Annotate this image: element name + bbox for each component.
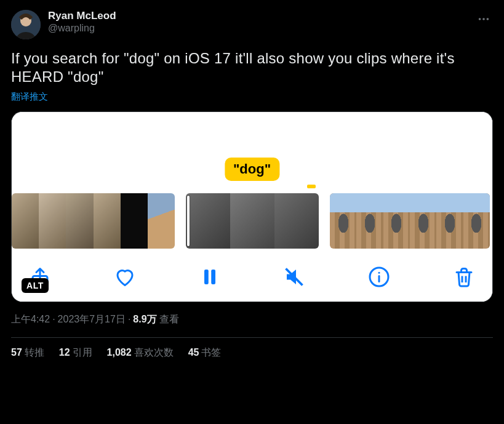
tweet-date[interactable]: 2023年7月17日 bbox=[58, 314, 126, 324]
clip-frame bbox=[121, 193, 148, 249]
media-card[interactable]: "dog" bbox=[11, 111, 493, 302]
tweet-container: Ryan McLeod @warpling If you search for … bbox=[0, 0, 504, 368]
mute-icon bbox=[283, 266, 305, 288]
clip-frame bbox=[330, 193, 356, 249]
clip-group-2[interactable] bbox=[186, 193, 319, 249]
svg-point-3 bbox=[482, 18, 485, 20]
bookmarks-label: 书签 bbox=[201, 347, 221, 358]
stat-bookmarks[interactable]: 45书签 bbox=[188, 346, 222, 359]
svg-point-11 bbox=[378, 272, 380, 274]
views-count: 8.9万 bbox=[133, 314, 156, 324]
clip-frame bbox=[410, 193, 436, 249]
more-icon bbox=[477, 12, 490, 26]
info-icon bbox=[368, 266, 390, 288]
media-toolbar bbox=[12, 255, 492, 302]
quotes-label: 引用 bbox=[73, 347, 92, 358]
stat-likes[interactable]: 1,082喜欢次数 bbox=[107, 346, 174, 359]
retweets-label: 转推 bbox=[25, 347, 44, 358]
likes-label: 喜欢次数 bbox=[134, 347, 174, 358]
clip-frame bbox=[230, 193, 274, 249]
views-label: 查看 bbox=[159, 314, 179, 324]
clip-frame bbox=[463, 193, 490, 249]
bookmarks-count: 45 bbox=[188, 347, 199, 358]
clip-frame bbox=[356, 193, 383, 249]
clip-frame bbox=[94, 193, 121, 249]
author-block[interactable]: Ryan McLeod @warpling bbox=[48, 10, 116, 34]
clip-frame bbox=[39, 193, 66, 249]
clip-frame bbox=[383, 193, 410, 249]
stat-quotes[interactable]: 12引用 bbox=[59, 346, 92, 359]
clip-frame bbox=[274, 193, 319, 249]
quotes-count: 12 bbox=[59, 347, 70, 358]
stat-retweets[interactable]: 57转推 bbox=[11, 346, 44, 359]
svg-point-4 bbox=[487, 18, 489, 20]
tweet-header: Ryan McLeod @warpling bbox=[11, 10, 493, 39]
timeline-filmstrip[interactable] bbox=[12, 193, 492, 255]
trash-icon bbox=[453, 266, 475, 288]
pause-icon bbox=[199, 266, 221, 288]
svg-point-2 bbox=[479, 18, 481, 20]
caption-tooltip: "dog" bbox=[225, 158, 279, 181]
tweet-time[interactable]: 上午4:42 bbox=[11, 314, 50, 324]
clip-frame bbox=[186, 193, 230, 249]
alt-badge[interactable]: ALT bbox=[22, 278, 49, 293]
tweet-meta: 上午4:42·2023年7月17日·8.9万 查看 bbox=[11, 313, 493, 338]
info-button[interactable] bbox=[368, 266, 390, 288]
display-name: Ryan McLeod bbox=[48, 10, 116, 22]
avatar-image bbox=[11, 10, 41, 39]
clip-frame bbox=[12, 193, 39, 249]
retweets-count: 57 bbox=[11, 347, 22, 358]
delete-button[interactable] bbox=[453, 266, 475, 288]
clip-group-3[interactable] bbox=[330, 193, 490, 249]
tweet-stats: 57转推 12引用 1,082喜欢次数 45书签 bbox=[11, 338, 493, 368]
media-inner: "dog" bbox=[12, 112, 492, 302]
handle: @warpling bbox=[48, 22, 116, 34]
svg-rect-7 bbox=[211, 270, 215, 284]
mute-button[interactable] bbox=[283, 266, 305, 288]
avatar[interactable] bbox=[11, 10, 41, 39]
clip-frame bbox=[148, 193, 175, 249]
timeline-marker bbox=[307, 185, 316, 188]
clip-group-1[interactable] bbox=[12, 193, 175, 249]
likes-count: 1,082 bbox=[107, 347, 132, 358]
svg-rect-6 bbox=[204, 270, 209, 284]
translate-link[interactable]: 翻译推文 bbox=[11, 91, 493, 103]
clip-frame bbox=[66, 193, 93, 249]
heart-icon bbox=[114, 266, 136, 288]
pause-button[interactable] bbox=[199, 266, 221, 288]
more-button[interactable] bbox=[474, 10, 493, 31]
like-button[interactable] bbox=[114, 266, 136, 288]
tweet-text: If you search for "dog" on iOS 17 it'll … bbox=[11, 49, 493, 86]
clip-frame bbox=[436, 193, 463, 249]
